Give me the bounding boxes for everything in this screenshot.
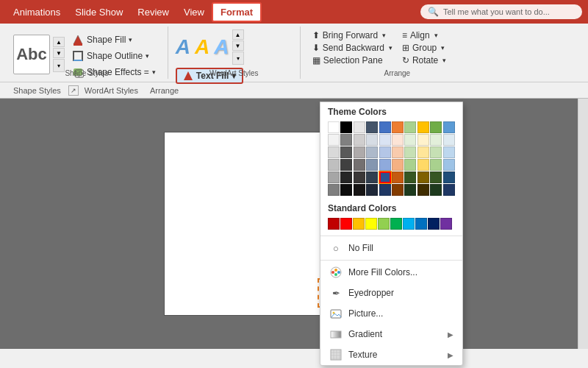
theme-color-cell[interactable] bbox=[354, 171, 365, 183]
theme-color-cell[interactable] bbox=[443, 184, 455, 196]
theme-color-cell[interactable] bbox=[366, 134, 378, 146]
theme-color-cell[interactable] bbox=[392, 159, 404, 171]
theme-color-cell[interactable] bbox=[379, 121, 391, 133]
texture-option[interactable]: Texture ▶ bbox=[320, 344, 462, 365]
theme-color-cell[interactable] bbox=[417, 134, 429, 146]
shape-outline-btn[interactable]: Shape Outline ▾ bbox=[68, 49, 160, 63]
theme-color-cell[interactable] bbox=[328, 121, 340, 133]
standard-color-cell[interactable] bbox=[440, 218, 452, 230]
theme-color-cell[interactable] bbox=[366, 171, 378, 183]
theme-color-cell[interactable] bbox=[443, 159, 455, 171]
theme-color-cell[interactable] bbox=[417, 146, 429, 158]
theme-color-cell[interactable] bbox=[430, 171, 442, 183]
standard-color-cell[interactable] bbox=[428, 218, 440, 230]
theme-color-cell[interactable] bbox=[404, 121, 416, 133]
theme-color-cell[interactable] bbox=[404, 171, 416, 183]
theme-color-cell[interactable] bbox=[340, 146, 352, 158]
menu-item-slideshow[interactable]: Slide Show bbox=[68, 4, 130, 21]
theme-color-cell[interactable] bbox=[379, 171, 391, 183]
align-btn[interactable]: ≡ Align ▾ bbox=[398, 29, 487, 41]
standard-color-cell[interactable] bbox=[365, 218, 377, 230]
theme-color-cell[interactable] bbox=[328, 159, 340, 171]
menu-item-format[interactable]: Format bbox=[212, 2, 262, 22]
theme-color-cell[interactable] bbox=[392, 184, 404, 196]
wordart-a1[interactable]: A bbox=[176, 35, 190, 59]
theme-color-cell[interactable] bbox=[354, 159, 365, 171]
menu-item-animations[interactable]: Animations bbox=[6, 4, 68, 21]
theme-color-cell[interactable] bbox=[340, 184, 352, 196]
theme-color-cell[interactable] bbox=[404, 134, 416, 146]
theme-color-cell[interactable] bbox=[443, 134, 455, 146]
theme-color-cell[interactable] bbox=[340, 159, 352, 171]
theme-color-cell[interactable] bbox=[417, 171, 429, 183]
shape-fill-btn[interactable]: Shape Fill ▾ bbox=[68, 32, 160, 47]
theme-color-cell[interactable] bbox=[443, 121, 455, 133]
standard-color-cell[interactable] bbox=[328, 218, 340, 230]
standard-color-cell[interactable] bbox=[403, 218, 415, 230]
theme-color-cell[interactable] bbox=[443, 171, 455, 183]
theme-color-cell[interactable] bbox=[366, 146, 378, 158]
theme-color-cell[interactable] bbox=[340, 121, 352, 133]
bring-forward-btn[interactable]: ⬆ Bring Forward ▾ bbox=[308, 29, 397, 41]
selection-pane-btn[interactable]: ▦ Selection Pane bbox=[308, 54, 397, 66]
theme-color-cell[interactable] bbox=[430, 134, 442, 146]
theme-color-cell[interactable] bbox=[430, 159, 442, 171]
theme-color-cell[interactable] bbox=[443, 146, 455, 158]
standard-color-cell[interactable] bbox=[340, 218, 352, 230]
more-fill-colors-option[interactable]: More Fill Colors... bbox=[320, 262, 462, 283]
group-btn[interactable]: ⊞ Group ▾ bbox=[398, 42, 487, 54]
wordart-a3[interactable]: A bbox=[214, 35, 229, 59]
eyedropper-option[interactable]: ✒ Eyedropper bbox=[320, 283, 462, 303]
abc-button[interactable]: Abc bbox=[13, 35, 50, 74]
theme-color-cell[interactable] bbox=[417, 159, 429, 171]
theme-color-cell[interactable] bbox=[392, 121, 404, 133]
theme-color-cell[interactable] bbox=[354, 146, 365, 158]
wordart-scroll-down[interactable]: ▼ bbox=[232, 40, 244, 51]
theme-color-cell[interactable] bbox=[417, 121, 429, 133]
scroll-up[interactable]: ▲ bbox=[53, 37, 65, 47]
theme-color-cell[interactable] bbox=[417, 184, 429, 196]
theme-color-cell[interactable] bbox=[404, 159, 416, 171]
theme-color-cell[interactable] bbox=[404, 184, 416, 196]
theme-color-cell[interactable] bbox=[328, 134, 340, 146]
theme-color-cell[interactable] bbox=[354, 134, 365, 146]
theme-color-cell[interactable] bbox=[430, 121, 442, 133]
theme-color-cell[interactable] bbox=[379, 146, 391, 158]
theme-color-cell[interactable] bbox=[366, 121, 378, 133]
picture-option[interactable]: Picture... bbox=[320, 303, 462, 324]
theme-color-cell[interactable] bbox=[392, 134, 404, 146]
section-expand-shape[interactable]: ↗ bbox=[68, 85, 79, 96]
menu-item-view[interactable]: View bbox=[176, 4, 212, 21]
theme-color-cell[interactable] bbox=[328, 184, 340, 196]
wordart-scroll-up[interactable]: ▲ bbox=[232, 29, 244, 40]
wordart-a2[interactable]: A bbox=[195, 35, 209, 59]
theme-color-cell[interactable] bbox=[404, 146, 416, 158]
wordart-scroll-more[interactable]: ▾ bbox=[232, 52, 244, 65]
gradient-option[interactable]: Gradient ▶ bbox=[320, 324, 462, 344]
theme-color-cell[interactable] bbox=[340, 171, 352, 183]
standard-color-cell[interactable] bbox=[353, 218, 365, 230]
scroll-vertical[interactable] bbox=[578, 99, 588, 349]
theme-color-cell[interactable] bbox=[340, 134, 352, 146]
scroll-down[interactable]: ▼ bbox=[53, 48, 65, 58]
theme-color-cell[interactable] bbox=[366, 184, 378, 196]
search-bar[interactable]: 🔍 Tell me what you want to do... bbox=[420, 4, 582, 19]
theme-color-cell[interactable] bbox=[366, 159, 378, 171]
standard-color-cell[interactable] bbox=[390, 218, 402, 230]
theme-color-cell[interactable] bbox=[379, 134, 391, 146]
no-fill-option[interactable]: ○ No Fill bbox=[320, 238, 462, 258]
theme-color-cell[interactable] bbox=[392, 171, 404, 183]
theme-color-cell[interactable] bbox=[379, 184, 391, 196]
theme-color-cell[interactable] bbox=[379, 159, 391, 171]
theme-color-cell[interactable] bbox=[430, 146, 442, 158]
menu-item-review[interactable]: Review bbox=[130, 4, 176, 21]
theme-color-cell[interactable] bbox=[328, 171, 340, 183]
theme-color-cell[interactable] bbox=[392, 146, 404, 158]
standard-color-cell[interactable] bbox=[378, 218, 390, 230]
send-backward-btn[interactable]: ⬇ Send Backward ▾ bbox=[308, 42, 397, 54]
theme-color-cell[interactable] bbox=[328, 146, 340, 158]
theme-color-cell[interactable] bbox=[430, 184, 442, 196]
rotate-btn[interactable]: ↻ Rotate ▾ bbox=[398, 54, 487, 66]
theme-color-cell[interactable] bbox=[354, 121, 365, 133]
standard-color-cell[interactable] bbox=[415, 218, 427, 230]
